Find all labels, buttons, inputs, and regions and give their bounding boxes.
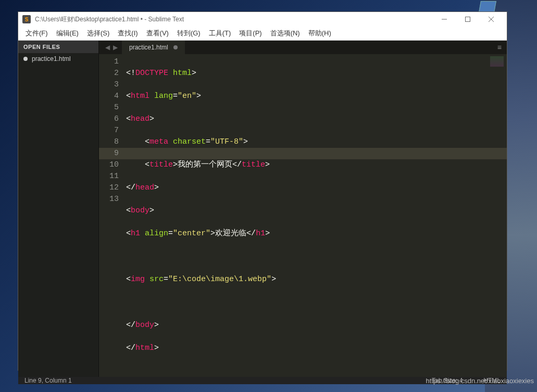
current-line-highlight <box>99 148 507 159</box>
line-number: 13 <box>99 194 119 205</box>
window-controls <box>432 12 503 27</box>
menu-tools[interactable]: 工具(T) <box>205 27 235 40</box>
nav-back-icon[interactable]: ◀ <box>105 44 110 51</box>
line-number: 9 <box>99 148 119 159</box>
line-number: 8 <box>99 136 119 148</box>
menu-file[interactable]: 文件(F) <box>21 27 52 40</box>
code-line: <h1 align="center">欢迎光临</h1> <box>126 228 507 239</box>
minimize-button[interactable] <box>432 12 456 27</box>
desktop-deco-icon <box>479 1 496 12</box>
code-line: <!DOCTYPE html> <box>126 68 507 79</box>
sidebar-file-label: practice1.html <box>32 55 71 62</box>
line-number: 12 <box>99 182 119 194</box>
line-number: 5 <box>99 102 119 113</box>
app-icon: S <box>22 15 31 23</box>
code-line: </head> <box>126 182 507 194</box>
menu-project[interactable]: 项目(P) <box>235 27 266 40</box>
sidebar: OPEN FILES practice1.html <box>18 41 99 377</box>
menu-find[interactable]: 查找(I) <box>114 27 142 40</box>
open-files-header: OPEN FILES <box>18 41 98 53</box>
code-line: <meta charset="UTF-8"> <box>126 136 507 148</box>
code-line <box>126 297 507 308</box>
sidebar-file-item[interactable]: practice1.html <box>18 53 98 65</box>
main-area: OPEN FILES practice1.html ◀ ▶ practice1.… <box>18 41 507 377</box>
line-number: 1 <box>99 56 119 68</box>
unsaved-dot-icon <box>23 57 28 61</box>
tab-label: practice1.html <box>129 44 168 51</box>
titlebar[interactable]: S C:\Users\旺财\Desktop\practice1.html • -… <box>18 12 507 27</box>
code-line: <head> <box>126 113 507 125</box>
menubar: 文件(F) 编辑(E) 选择(S) 查找(I) 查看(V) 转到(G) 工具(T… <box>18 27 507 41</box>
tabbar: ◀ ▶ practice1.html ≡ <box>99 41 507 54</box>
menu-view[interactable]: 查看(V) <box>142 27 173 40</box>
watermark-text: https://blog.csdn.net/xiaoxiaoxiexies <box>426 377 534 385</box>
line-number: 10 <box>99 159 119 171</box>
menu-edit[interactable]: 编辑(E) <box>52 27 83 40</box>
code-line: <body> <box>126 205 507 217</box>
maximize-button[interactable] <box>456 12 479 27</box>
code-line: </body> <box>126 320 507 331</box>
code-line: </html> <box>126 343 507 354</box>
code-body[interactable]: <!DOCTYPE html> <html lang="en"> <head> … <box>126 54 507 377</box>
editor-area: ◀ ▶ practice1.html ≡ 1 2 3 4 5 <box>99 41 507 377</box>
menu-preferences[interactable]: 首选项(N) <box>266 27 304 40</box>
code-line: <img src="E:\code\image\1.webp"> <box>126 274 507 285</box>
menu-goto[interactable]: 转到(G) <box>173 27 205 40</box>
code-line: <title>我的第一个网页</title> <box>126 159 507 171</box>
tab-nav: ◀ ▶ <box>101 44 122 51</box>
line-number: 7 <box>99 125 119 136</box>
tab-practice1[interactable]: practice1.html <box>122 41 185 54</box>
menu-help[interactable]: 帮助(H) <box>304 27 335 40</box>
nav-forward-icon[interactable]: ▶ <box>113 44 118 51</box>
cursor-position[interactable]: Line 9, Column 1 <box>24 377 432 384</box>
line-number: 3 <box>99 79 119 91</box>
tab-menu-icon[interactable]: ≡ <box>492 43 507 52</box>
minimap[interactable] <box>490 56 504 67</box>
line-number: 6 <box>99 113 119 125</box>
code-editor[interactable]: 1 2 3 4 5 6 7 8 9 10 11 12 13 <!DOCTYPE … <box>99 54 507 377</box>
menu-select[interactable]: 选择(S) <box>83 27 114 40</box>
line-number: 11 <box>99 171 119 182</box>
svg-rect-1 <box>465 17 470 22</box>
line-gutter: 1 2 3 4 5 6 7 8 9 10 11 12 13 <box>99 54 126 377</box>
window-title: C:\Users\旺财\Desktop\practice1.html • - S… <box>35 15 432 24</box>
sublime-window: S C:\Users\旺财\Desktop\practice1.html • -… <box>18 11 507 371</box>
line-number: 4 <box>99 91 119 102</box>
line-number: 2 <box>99 68 119 79</box>
tab-unsaved-dot-icon <box>173 45 178 49</box>
close-button[interactable] <box>479 12 503 27</box>
code-line <box>126 251 507 262</box>
code-line: <html lang="en"> <box>126 91 507 102</box>
